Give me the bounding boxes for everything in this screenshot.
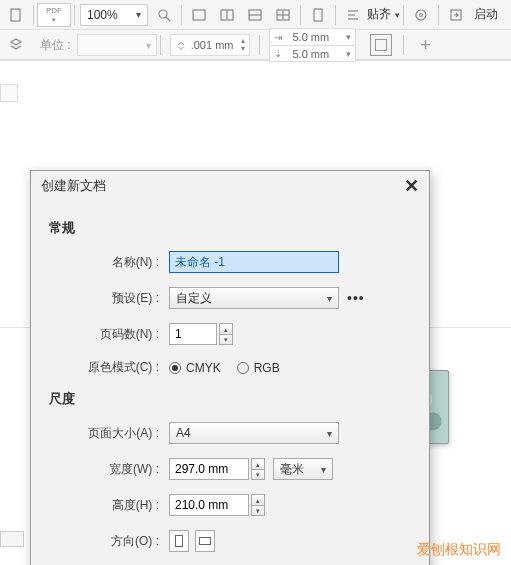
chevron-down-icon: ▾ (327, 293, 332, 304)
height-input[interactable] (169, 494, 249, 516)
name-input[interactable] (169, 251, 339, 273)
view-full-icon[interactable] (185, 3, 213, 27)
chevron-down-icon: ▾ (146, 40, 151, 51)
pages-input[interactable] (169, 323, 217, 345)
chevron-down-icon: ▾ (346, 49, 351, 59)
nudge-distance[interactable]: .001 mm ▴▾ (170, 34, 251, 56)
nudge-spinner[interactable]: ▴▾ (241, 37, 245, 53)
pagesize-label: 页面大小(A) : (49, 425, 169, 442)
align-icon[interactable] (339, 3, 367, 27)
pagesize-dropdown[interactable]: A4 ▾ (169, 422, 339, 444)
snap-dropdown[interactable]: ▾ (395, 10, 400, 20)
page-icon[interactable] (304, 3, 332, 27)
section-size: 尺度 (49, 390, 411, 408)
height-label: 高度(H) : (49, 497, 169, 514)
frame-icon[interactable] (370, 34, 392, 56)
zoom-value: 100% (87, 8, 118, 22)
svg-marker-18 (11, 39, 21, 45)
width-input[interactable] (169, 458, 249, 480)
pdf-label: PDF (46, 7, 62, 15)
radio-off-icon (237, 362, 249, 374)
colormode-label: 原色模式(C) : (49, 359, 169, 376)
chevron-down-icon: ▾ (321, 464, 326, 475)
unit-label: 单位 : (40, 37, 71, 54)
bleed-bottom-input[interactable]: ⇣ 5.0 mm ▾ (269, 45, 356, 62)
svg-point-1 (159, 10, 167, 18)
svg-line-2 (166, 17, 170, 21)
preset-dropdown[interactable]: 自定义 ▾ (169, 287, 339, 309)
unit-value: 毫米 (280, 461, 304, 478)
new-document-dialog: 创建新文档 ✕ 常规 名称(N) : 预设(E) : 自定义 ▾ ••• 页码数… (30, 170, 430, 565)
name-label: 名称(N) : (49, 254, 169, 271)
watermark: 爱刨根知识网 (417, 541, 501, 559)
pages-spinner[interactable]: ▴▾ (219, 323, 233, 345)
preset-label: 预设(E) : (49, 290, 169, 307)
bleed-bottom-value: 5.0 mm (292, 48, 342, 60)
unit-dropdown[interactable]: ▾ (77, 34, 157, 56)
width-spinner[interactable]: ▴▾ (251, 458, 265, 480)
radio-on-icon (169, 362, 181, 374)
zoom-dropdown[interactable]: 100% ▾ (80, 4, 148, 26)
status-stub (0, 531, 24, 547)
pdf-export-button[interactable]: PDF ▾ (37, 3, 71, 27)
section-general: 常规 (49, 219, 411, 237)
options-icon[interactable] (407, 3, 435, 27)
view-split-h-icon[interactable] (213, 3, 241, 27)
dialog-title: 创建新文档 (41, 177, 106, 195)
svg-point-16 (420, 13, 423, 16)
unit-dropdown[interactable]: 毫米 ▾ (273, 458, 333, 480)
bleed-top-value: 5.0 mm (292, 31, 342, 43)
launch-label: 启动 (474, 6, 498, 23)
rgb-label: RGB (254, 361, 280, 375)
svg-rect-3 (193, 10, 205, 20)
bleed-top-input[interactable]: ⇥ 5.0 mm ▾ (269, 28, 356, 45)
add-button[interactable]: + (413, 33, 437, 57)
view-split-v-icon[interactable] (241, 3, 269, 27)
nudge-value: .001 mm (191, 39, 234, 51)
margin-v-icon: ⇣ (274, 48, 288, 59)
new-doc-icon[interactable] (2, 3, 30, 27)
ruler-corner (0, 84, 18, 102)
close-icon[interactable]: ✕ (404, 175, 419, 197)
orient-portrait[interactable] (169, 530, 189, 552)
svg-rect-0 (11, 9, 20, 21)
launch-icon[interactable] (442, 3, 470, 27)
snap-label: 贴齐 (367, 6, 391, 23)
margin-h-icon: ⇥ (274, 32, 288, 43)
chevron-down-icon: ▾ (136, 9, 141, 20)
cmyk-radio[interactable]: CMYK (169, 361, 221, 375)
height-spinner[interactable]: ▴▾ (251, 494, 265, 516)
view-grid-icon[interactable] (269, 3, 297, 27)
rgb-radio[interactable]: RGB (237, 361, 280, 375)
orient-landscape[interactable] (195, 530, 215, 552)
layer-icon[interactable] (2, 33, 30, 57)
chevron-down-icon: ▾ (327, 428, 332, 439)
cmyk-label: CMYK (186, 361, 221, 375)
pagesize-value: A4 (176, 426, 191, 440)
svg-rect-11 (314, 9, 322, 21)
chevron-down-icon: ▾ (52, 16, 56, 23)
width-label: 宽度(W) : (49, 461, 169, 478)
pages-label: 页码数(N) : (49, 326, 169, 343)
orient-label: 方向(O) : (49, 533, 169, 550)
svg-point-15 (416, 10, 426, 20)
preset-value: 自定义 (176, 290, 212, 307)
zoom-icon[interactable] (150, 3, 178, 27)
preset-more-button[interactable]: ••• (347, 290, 365, 306)
chevron-down-icon: ▾ (346, 32, 351, 42)
